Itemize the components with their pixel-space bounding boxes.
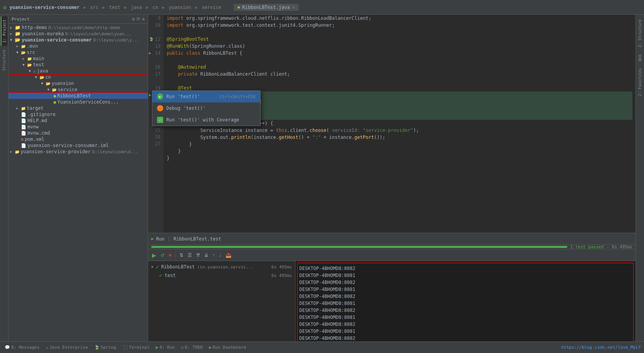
java-icon: ☕ xyxy=(46,345,48,350)
vtab-favorites[interactable]: 2: Favorites xyxy=(637,65,643,99)
tree-item-ribbonlbtest[interactable]: ● RibbonLBTest xyxy=(9,93,148,99)
line-num-19: 19 xyxy=(155,85,161,91)
vtab-z-structure[interactable]: Z: Structure xyxy=(637,16,643,50)
status-right[interactable]: https://blog.csdn.net/love_MyLY xyxy=(561,345,641,350)
status-messages[interactable]: 💬 0: Messages xyxy=(3,345,41,350)
folder-icon: 📂 xyxy=(15,37,21,43)
run-icon: ▶ xyxy=(151,236,154,241)
collapse-btn[interactable]: ⇊ xyxy=(203,252,210,259)
status-todo[interactable]: ☑ 6: TODO xyxy=(180,345,204,350)
code-line-15 xyxy=(167,57,632,64)
tree-item-http-demo[interactable]: ▶ 📁 http-demo D:\leyou\code\demo\http-de… xyxy=(9,24,148,31)
vtab-structure[interactable]: Structure xyxy=(1,47,7,74)
folder-label: service xyxy=(58,87,78,92)
project-path: D:\leyou\code\d... xyxy=(92,149,138,154)
code-line-24: } xyxy=(167,141,632,148)
tree-item-consumer[interactable]: ▼ 📂 yuanxion-service-consumer D:\leyou\c… xyxy=(9,37,148,43)
folder-label: cn xyxy=(45,74,51,80)
ctx-debug-label: Debug 'test()' xyxy=(166,106,256,111)
tree-item-mvnwcmd[interactable]: 📄 mvnw.cmd xyxy=(9,130,148,136)
project-label: yuanxion-service-consumer xyxy=(22,37,92,43)
tree-item-yuanxion-eureka[interactable]: ▶ 📁 yuanxion-eureka D:\leyou\code\demo\y… xyxy=(9,31,148,37)
status-run[interactable]: ▶ 4: Run xyxy=(154,345,176,350)
test-label: RibbonLBTest.test xyxy=(174,236,221,242)
project-sidebar: Project ⚙ ⟳ ≡ ▶ 📁 http-demo D:\leyou\cod… xyxy=(9,15,148,341)
test-row-test[interactable]: ✓ test 6s 495ms xyxy=(148,271,295,280)
test-method-time: 6s 495ms xyxy=(271,273,292,278)
tree-item-service[interactable]: ▼ 📂 service xyxy=(9,87,148,93)
tree-item-java[interactable]: ▼ ☕ java xyxy=(9,68,148,74)
code-line-16: @Autowired xyxy=(167,64,632,71)
vtab-project[interactable]: 1: Project xyxy=(1,16,7,46)
console-output-panel[interactable]: DESKTOP-4BHOMD8:8082 DESKTOP-4BHOMD8:808… xyxy=(295,261,635,341)
line-num-16: 16 xyxy=(155,64,161,70)
test-class-meta: (cn.yuanxion.servic... xyxy=(197,265,254,270)
rerun-btn[interactable]: ▶ xyxy=(150,251,158,259)
expand-btn[interactable]: ⇈ xyxy=(195,252,202,259)
tree-item-mvnw[interactable]: 📄 mvnw xyxy=(9,124,148,130)
file-label: HELP.md xyxy=(28,118,47,123)
active-tab[interactable]: ● RibbonLBTest.java ✕ xyxy=(234,4,299,11)
test-row-ribbonlbtest[interactable]: ▼ ✓ RibbonLBTest (cn.yuanxion.servic... … xyxy=(148,263,295,271)
filter-btn[interactable]: ☰ xyxy=(186,252,193,259)
separator xyxy=(175,252,176,258)
tree-item-mvn[interactable]: ▶ 📁 .mvn xyxy=(9,43,148,49)
rerun-failed-btn[interactable]: ↺ xyxy=(159,252,166,259)
main-area: 1: Project Structure Project ⚙ ⟳ ≡ ▶ 📁 h… xyxy=(0,15,644,341)
ctx-debug-item[interactable]: 🐛 Debug 'test()' xyxy=(152,102,260,114)
run-icon: ▶ xyxy=(156,345,159,350)
spring-icon: 🍃 xyxy=(94,345,100,350)
tree-item-provider[interactable]: ▶ 📁 yuanxion-service-provider D:\leyou\c… xyxy=(9,149,148,155)
status-spring[interactable]: 🍃 Spring xyxy=(93,345,118,350)
sort-btn[interactable]: ⇅ xyxy=(178,252,185,259)
tree-item-help[interactable]: 📄 HELP.md xyxy=(9,118,148,124)
class-icon: ● xyxy=(54,93,56,99)
file-label: mvnw.cmd xyxy=(28,130,50,136)
tree-item-target[interactable]: ▶ 📁 target xyxy=(9,105,148,111)
folder-icon: 📂 xyxy=(21,50,26,55)
leaf-icon: 🍃 xyxy=(149,36,154,43)
tree-item-src[interactable]: ▼ 📂 src xyxy=(9,49,148,55)
ctx-run-item[interactable]: ▶ Run 'test()' Ctrl+Shift+F10 xyxy=(152,91,260,102)
status-java-enterprise[interactable]: ☕ Java Enterprise xyxy=(44,345,90,350)
project-path: D:\leyou\code\demo\http-demo xyxy=(48,25,120,30)
arrow-icon: ▼ xyxy=(35,75,40,79)
line-num-10: 10 xyxy=(155,22,161,28)
tree-item-test[interactable]: ▼ 📂 test xyxy=(9,62,148,68)
gear-icon[interactable]: ⚙ xyxy=(132,16,135,22)
project-path: D:\leyou\code\demo\yuan... xyxy=(65,31,132,36)
console-line-5: DESKTOP-4BHOMD8:8082 xyxy=(299,293,632,300)
tree-item-yuanxion[interactable]: ▼ 📂 yuanxion xyxy=(9,80,148,87)
console-line-4: DESKTOP-4BHOMD8:8081 xyxy=(299,286,632,293)
status-run-dashboard[interactable]: ▶ Run Dashboard xyxy=(207,345,248,350)
class-label: YuanxionServiceCons... xyxy=(57,99,119,105)
tree-item-main[interactable]: ▶ 📁 main xyxy=(9,55,148,62)
file-icon: 📄 xyxy=(21,112,26,117)
code-line-11 xyxy=(167,29,632,36)
vtab-web[interactable]: Web xyxy=(637,51,643,64)
progress-text: 1 test passed xyxy=(570,244,604,249)
down-btn[interactable]: ↓ xyxy=(218,252,223,259)
tree-item-pomxml[interactable]: m pom.xml xyxy=(9,136,148,142)
up-btn[interactable]: ↑ xyxy=(211,252,216,259)
tree-item-gitignore[interactable]: 📄 .gitignore xyxy=(9,111,148,118)
sync-icon[interactable]: ⟳ xyxy=(136,16,140,22)
bottom-panel: ▶ Run | RibbonLBTest.test 1 test passed … xyxy=(148,233,635,341)
arrow-icon: ▼ xyxy=(47,88,52,92)
test-class-label: RibbonLBTest xyxy=(161,264,195,270)
export-btn[interactable]: 📤 xyxy=(224,252,233,259)
tree-item-iml[interactable]: 📄 yuanxion-service-consumer.iml xyxy=(9,142,148,149)
status-terminal[interactable]: ⬛ Terminal xyxy=(121,345,151,350)
stop-btn[interactable]: ■ xyxy=(167,252,173,259)
tree-item-cn[interactable]: ▼ 📂 cn xyxy=(9,74,148,80)
tab-close-icon[interactable]: ✕ xyxy=(292,5,295,9)
code-editor[interactable]: 9 10 🍃 12 13 ▶ 14 16 17 xyxy=(148,15,635,233)
folder-label: src xyxy=(27,50,35,55)
title-bar: ⚙ yuanxion-service-consumer ▶ src ▶ test… xyxy=(0,0,644,15)
code-line-27 xyxy=(167,162,632,169)
ctx-coverage-item[interactable]: ✓ Run 'test()' with Coverage xyxy=(152,114,260,126)
tree-item-yuanxionservicecons[interactable]: ● YuanxionServiceCons... xyxy=(9,99,148,105)
file-label: mvnw xyxy=(28,124,39,130)
collapse-icon[interactable]: ≡ xyxy=(142,16,145,22)
left-vertical-strip: 1: Project Structure xyxy=(0,15,9,341)
